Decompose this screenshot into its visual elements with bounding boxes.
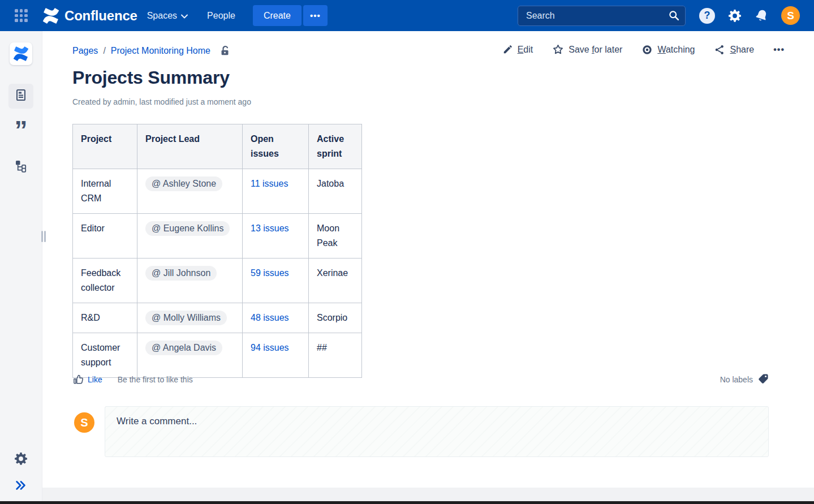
notifications-bell-icon[interactable] xyxy=(755,8,769,23)
tag-icon xyxy=(757,373,769,386)
user-mention[interactable]: @ Ashley Stone xyxy=(145,176,222,191)
sidebar-item-blogs[interactable]: ” xyxy=(8,120,33,145)
user-avatar[interactable]: S xyxy=(781,6,800,25)
page-byline: Created by admin, last modified just a m… xyxy=(72,97,251,106)
sprint-cell: Jatoba xyxy=(309,169,362,214)
page-content: Pages / Project Monitoring Home Edit Sav… xyxy=(42,31,814,488)
comment-placeholder: Write a comment... xyxy=(105,407,768,436)
like-label: Like xyxy=(88,375,102,384)
top-navigation-bar: Confluence Spaces People Create ••• ? xyxy=(0,0,814,31)
space-logo[interactable] xyxy=(10,42,32,65)
sidebar-resize-handle[interactable] xyxy=(41,231,46,242)
projects-table: Project Project Lead Open issues Active … xyxy=(72,124,362,378)
table-header-row: Project Project Lead Open issues Active … xyxy=(73,124,362,169)
user-mention[interactable]: @ Eugene Kollins xyxy=(145,221,230,236)
confluence-logo[interactable]: Confluence xyxy=(42,8,137,24)
nav-spaces[interactable]: Spaces xyxy=(137,0,197,31)
pages-document-icon xyxy=(14,88,28,104)
expand-sidebar-icon[interactable] xyxy=(15,480,27,493)
issues-link[interactable]: 11 issues xyxy=(251,179,288,188)
issues-link[interactable]: 94 issues xyxy=(251,343,289,352)
project-cell: Feedback collector xyxy=(73,259,137,303)
column-header-project-lead: Project Lead xyxy=(137,124,243,169)
nav-people[interactable]: People xyxy=(197,0,245,31)
settings-gear-icon[interactable] xyxy=(727,8,742,23)
more-actions-button[interactable]: ••• xyxy=(773,45,785,55)
page-social-bar: Like Be the first to like this No labels xyxy=(72,373,769,386)
brand-name: Confluence xyxy=(64,8,137,24)
comment-input[interactable]: Write a comment... xyxy=(105,406,769,457)
issues-link[interactable]: 59 issues xyxy=(251,268,289,278)
like-button[interactable]: Like xyxy=(72,374,102,385)
app-switcher-icon[interactable] xyxy=(15,9,28,22)
table-row: Internal CRM @ Ashley Stone 11 issues Ja… xyxy=(73,169,362,214)
search-input[interactable] xyxy=(518,6,686,26)
space-settings-gear-icon[interactable] xyxy=(14,451,28,468)
project-cell: R&D xyxy=(73,303,137,333)
comment-avatar: S xyxy=(74,412,94,433)
sidebar-item-page-tree[interactable] xyxy=(8,154,33,179)
user-mention[interactable]: @ Molly Williams xyxy=(145,311,227,325)
page-tree-icon xyxy=(14,159,28,175)
sprint-cell: ## xyxy=(309,333,362,378)
page-title: Projects Summary xyxy=(72,67,230,88)
column-header-open-issues: Open issues xyxy=(243,124,309,169)
search-box xyxy=(518,6,686,26)
table-row: R&D @ Molly Williams 48 issues Scorpio xyxy=(73,303,362,333)
share-button[interactable]: Share xyxy=(714,44,754,55)
sprint-cell: Xerinae xyxy=(309,259,362,303)
column-header-project: Project xyxy=(73,124,137,169)
confluence-app: Confluence Spaces People Create ••• ? xyxy=(0,0,814,504)
like-hint-text: Be the first to like this xyxy=(118,375,193,384)
breadcrumb-separator: / xyxy=(103,46,105,56)
topbar-right-group: ? S xyxy=(518,0,814,31)
table-row: Editor @ Eugene Kollins 13 issues Moon P… xyxy=(73,214,362,259)
edit-button[interactable]: Edit xyxy=(502,44,533,55)
breadcrumb-pages-link[interactable]: Pages xyxy=(72,46,98,56)
project-cell: Customer support xyxy=(73,333,137,378)
table-row: Customer support @ Angela Davis 94 issue… xyxy=(73,333,362,378)
help-icon[interactable]: ? xyxy=(699,8,715,24)
breadcrumb: Pages / Project Monitoring Home xyxy=(72,45,231,57)
search-icon[interactable] xyxy=(668,10,680,24)
chevron-down-icon xyxy=(181,11,188,21)
labels-button[interactable]: No labels xyxy=(720,373,769,386)
breadcrumb-current-link[interactable]: Project Monitoring Home xyxy=(111,46,210,56)
quote-icon: ” xyxy=(15,124,28,141)
issues-link[interactable]: 48 issues xyxy=(251,313,289,322)
create-more-button[interactable]: ••• xyxy=(303,5,328,26)
no-labels-text: No labels xyxy=(720,375,753,384)
watching-button[interactable]: Watching xyxy=(641,44,695,55)
issues-link[interactable]: 13 issues xyxy=(251,223,289,233)
sidebar-item-pages[interactable] xyxy=(8,84,33,109)
column-header-active-sprint: Active sprint xyxy=(309,124,362,169)
table-row: Feedback collector @ Jill Johnson 59 iss… xyxy=(73,259,362,303)
sprint-cell: Moon Peak xyxy=(309,214,362,259)
space-sidebar: ” xyxy=(0,31,42,504)
create-button[interactable]: Create xyxy=(253,5,302,26)
unrestricted-lock-icon[interactable] xyxy=(219,45,231,57)
user-mention[interactable]: @ Jill Johnson xyxy=(145,266,217,281)
project-cell: Internal CRM xyxy=(73,169,137,214)
sprint-cell: Scorpio xyxy=(309,303,362,333)
confluence-mark-icon xyxy=(42,8,59,24)
window-bottom-edge xyxy=(0,501,814,504)
page-actions-bar: Edit Save for later Watching Share xyxy=(502,44,785,55)
save-for-later-button[interactable]: Save for later xyxy=(552,44,622,55)
project-cell: Editor xyxy=(73,214,137,259)
user-mention[interactable]: @ Angela Davis xyxy=(145,341,222,355)
